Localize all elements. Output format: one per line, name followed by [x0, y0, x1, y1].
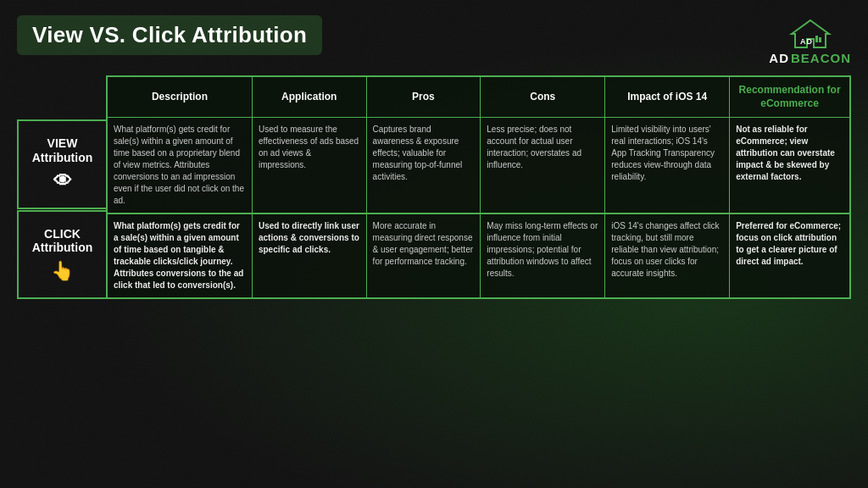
view-attribution-label: VIEWAttribution 👁	[17, 119, 106, 209]
table-header-row: Description Application Pros Cons Impact…	[107, 76, 850, 118]
view-description: What platform(s) gets credit for sale(s)…	[107, 118, 252, 214]
click-icon: 👆	[51, 260, 74, 282]
svg-text:AD: AD	[800, 37, 813, 46]
header-row: View VS. Click Attribution AD AD BEACON	[17, 15, 851, 65]
logo-area: AD AD BEACON	[769, 15, 851, 65]
logo-icon: AD	[788, 19, 832, 49]
view-attribution-row: What platform(s) gets credit for sale(s)…	[107, 118, 850, 214]
header-cons: Cons	[481, 76, 605, 118]
row-labels: VIEWAttribution 👁 CLICKAttribution 👆	[17, 75, 106, 299]
view-label-text: VIEWAttribution	[32, 136, 93, 165]
comparison-table-wrapper: VIEWAttribution 👁 CLICKAttribution 👆 Des…	[17, 75, 851, 299]
view-pros: Captures brand awareness & exposure effe…	[366, 118, 481, 214]
view-ios14: Limited visibility into users' real inte…	[605, 118, 730, 214]
click-description: What platform(s) gets credit for a sale(…	[107, 214, 252, 298]
header-description: Description	[107, 76, 252, 118]
header-spacer	[17, 75, 106, 119]
header-ios14: Impact of iOS 14	[605, 76, 730, 118]
view-icon: 👁	[53, 170, 72, 192]
view-application: Used to measure the effectiveness of ads…	[252, 118, 366, 214]
svg-rect-3	[819, 37, 821, 42]
click-pros: More accurate in measuring direct respon…	[366, 214, 481, 298]
click-ios14: iOS 14's changes affect click tracking, …	[605, 214, 730, 298]
click-attribution-row: What platform(s) gets credit for a sale(…	[107, 214, 850, 298]
click-application: Used to directly link user actions & con…	[252, 214, 366, 298]
page-title: View VS. Click Attribution	[17, 15, 322, 55]
header-recommendation: Recommendation for eCommerce	[730, 76, 850, 118]
click-label-text: CLICKAttribution	[32, 227, 93, 256]
main-content: View VS. Click Attribution AD AD BEACON …	[0, 0, 868, 488]
header-application: Application	[252, 76, 366, 118]
click-cons: May miss long-term effects or influence …	[481, 214, 605, 298]
comparison-table: Description Application Pros Cons Impact…	[106, 75, 851, 299]
click-attribution-label: CLICKAttribution 👆	[17, 210, 106, 300]
view-recommendation: Not as reliable for eCommerce; view attr…	[730, 118, 850, 214]
header-pros: Pros	[366, 76, 481, 118]
click-recommendation: Preferred for eCommerce; focus on click …	[730, 214, 850, 298]
view-cons: Less precise; does not account for actua…	[481, 118, 605, 214]
svg-rect-2	[815, 36, 818, 42]
logo-text: AD BEACON	[769, 51, 851, 65]
